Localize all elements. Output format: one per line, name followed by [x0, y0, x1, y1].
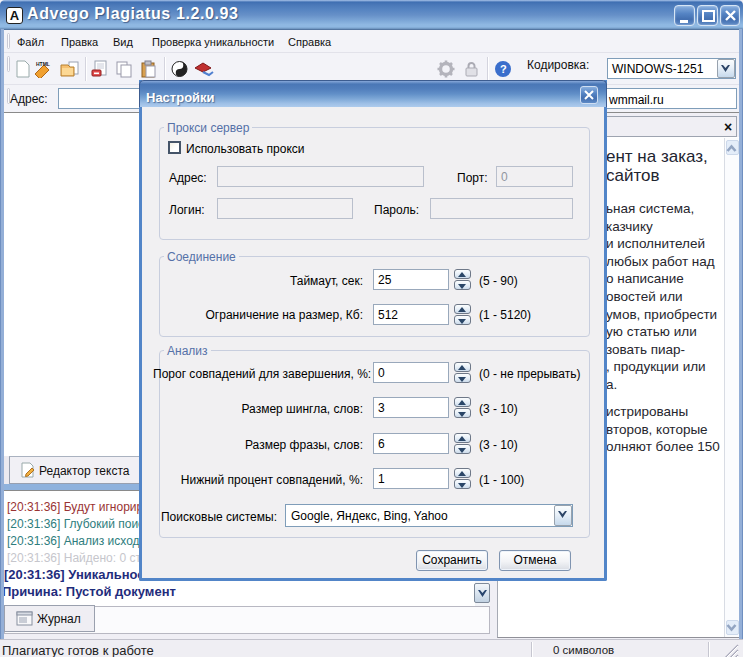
svg-text:?: ?: [500, 63, 507, 75]
svg-text:HTML: HTML: [36, 61, 50, 67]
